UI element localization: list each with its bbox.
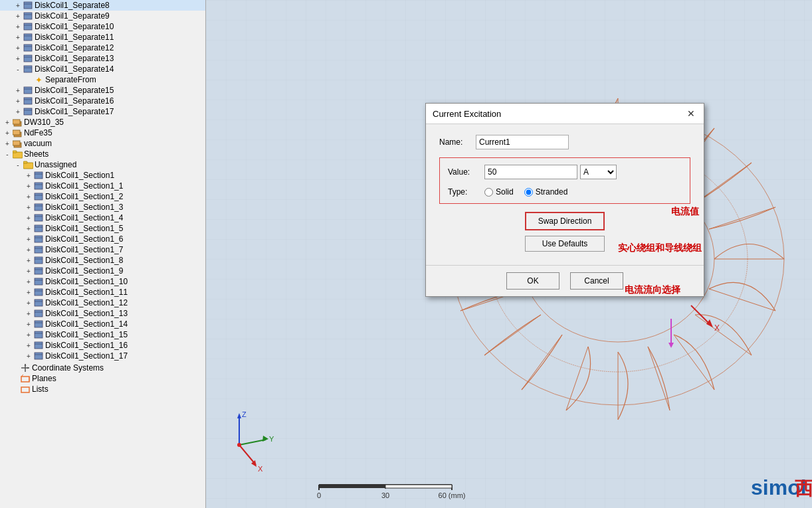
planes-icon bbox=[20, 374, 31, 383]
sidebar-item-sec1_14[interactable]: +DiskCoil1_Section1_14 bbox=[0, 319, 205, 329]
sidebar-item-sep9[interactable]: +DiskCoil1_Separate9 bbox=[0, 11, 205, 21]
sidebar-item-unassigned[interactable]: -Unassigned bbox=[0, 159, 205, 170]
sidebar-item-sep17[interactable]: +DiskCoil1_Separate17 bbox=[0, 106, 205, 117]
sidebar-item-sec1_16[interactable]: +DiskCoil1_Section1_16 bbox=[0, 340, 205, 351]
svg-rect-62 bbox=[35, 342, 43, 349]
sidebar-item-sec1_10[interactable]: +DiskCoil1_Section1_10 bbox=[0, 276, 205, 287]
sidebar-item-planes[interactable]: Planes bbox=[0, 373, 205, 384]
tree-label-sec1_15: DiskCoil1_Section1_15 bbox=[45, 330, 128, 339]
sidebar-item-sec1_1[interactable]: +DiskCoil1_Section1_1 bbox=[0, 181, 205, 191]
coordinate-systems-label: Coordinate Systems bbox=[32, 363, 104, 373]
tree-icon-box bbox=[33, 309, 44, 318]
sidebar-item-sec1_3[interactable]: +DiskCoil1_Section1_3 bbox=[0, 202, 205, 212]
value-input[interactable] bbox=[484, 165, 577, 179]
sidebar-item-sec1_2[interactable]: +DiskCoil1_Section1_2 bbox=[0, 191, 205, 202]
sidebar-item-sec1_5[interactable]: +DiskCoil1_Section1_5 bbox=[0, 223, 205, 234]
sidebar-item-sep15[interactable]: +DiskCoil1_Separate15 bbox=[0, 85, 205, 96]
tree-icon-box bbox=[23, 11, 33, 21]
planes-label: Planes bbox=[32, 374, 56, 383]
svg-text:60 (mm): 60 (mm) bbox=[439, 491, 466, 499]
svg-rect-70 bbox=[21, 377, 29, 382]
sidebar-item-sepfrom[interactable]: ✦SeparateFrom bbox=[0, 74, 205, 85]
tree-icon-box bbox=[23, 107, 33, 116]
solid-radio-item[interactable]: Solid bbox=[484, 187, 514, 197]
svg-rect-38 bbox=[35, 214, 43, 221]
tree-label-sec1_6: DiskCoil1_Section1_6 bbox=[45, 234, 123, 244]
lists-icon bbox=[20, 384, 31, 394]
unit-select[interactable]: A mA kA bbox=[580, 165, 617, 179]
dialog-close-button[interactable]: ✕ bbox=[685, 108, 697, 120]
tree-label-sec1_4: DiskCoil1_Section1_4 bbox=[45, 213, 123, 222]
tree-icon-box bbox=[33, 319, 44, 329]
tree-icon-box bbox=[23, 64, 33, 74]
dialog-current-excitation: Current Excitation ✕ Name: Value: A bbox=[425, 103, 704, 297]
tree-icon-box bbox=[33, 181, 44, 191]
sidebar-item-sec1_6[interactable]: +DiskCoil1_Section1_6 bbox=[0, 234, 205, 244]
type-row: Type: Solid Stranded bbox=[448, 187, 682, 197]
swap-direction-button[interactable]: Swap Direction bbox=[525, 212, 605, 230]
cancel-button[interactable]: Cancel bbox=[570, 272, 623, 290]
svg-rect-21 bbox=[13, 120, 20, 124]
svg-rect-18 bbox=[24, 108, 32, 115]
sidebar-item-lists[interactable]: Lists bbox=[0, 384, 205, 394]
tree-label-sec1_9: DiskCoil1_Section1_9 bbox=[45, 266, 123, 276]
svg-rect-32 bbox=[35, 183, 43, 189]
tree-label-sheets: Sheets bbox=[24, 149, 49, 159]
sidebar-item-sec1_12[interactable]: +DiskCoil1_Section1_12 bbox=[0, 297, 205, 308]
sidebar-item-sep12[interactable]: +DiskCoil1_Separate12 bbox=[0, 42, 205, 53]
sidebar-item-sep13[interactable]: +DiskCoil1_Separate13 bbox=[0, 53, 205, 64]
svg-rect-56 bbox=[35, 310, 43, 317]
tree-icon-star: ✦ bbox=[33, 75, 44, 84]
sidebar-item-dw310[interactable]: +DW310_35 bbox=[0, 117, 205, 127]
svg-rect-0 bbox=[24, 2, 32, 9]
svg-text:Z: Z bbox=[242, 410, 247, 418]
tree-label-sep15: DiskCoil1_Separate15 bbox=[35, 86, 114, 95]
name-input[interactable] bbox=[476, 135, 569, 149]
sidebar-item-vacuum[interactable]: +vacuum bbox=[0, 138, 205, 149]
tree-icon-box bbox=[33, 298, 44, 307]
ok-button[interactable]: OK bbox=[506, 272, 559, 290]
sidebar-item-sec1_4[interactable]: +DiskCoil1_Section1_4 bbox=[0, 212, 205, 223]
sidebar-item-sec1[interactable]: +DiskCoil1_Section1 bbox=[0, 170, 205, 181]
tree-icon-folder bbox=[23, 160, 33, 169]
sidebar-item-sep8[interactable]: +DiskCoil1_Separate8 bbox=[0, 0, 205, 11]
svg-rect-122 bbox=[385, 485, 452, 488]
svg-rect-10 bbox=[24, 55, 32, 62]
sidebar-item-sec1_17[interactable]: +DiskCoil1_Section1_17 bbox=[0, 351, 205, 361]
svg-rect-50 bbox=[35, 278, 43, 285]
stranded-radio-item[interactable]: Stranded bbox=[524, 187, 568, 197]
svg-rect-40 bbox=[35, 225, 43, 232]
sidebar-item-sep14[interactable]: -DiskCoil1_Separate14 bbox=[0, 64, 205, 74]
tree-label-dw310: DW310_35 bbox=[24, 118, 64, 127]
tree-icon-box bbox=[33, 330, 44, 339]
sidebar-item-sec1_11[interactable]: +DiskCoil1_Section1_11 bbox=[0, 287, 205, 297]
sidebar-item-sep11[interactable]: +DiskCoil1_Separate11 bbox=[0, 32, 205, 42]
sidebar-item-sec1_15[interactable]: +DiskCoil1_Section1_15 bbox=[0, 329, 205, 340]
use-defaults-button[interactable]: Use Defaults bbox=[525, 236, 605, 252]
tree-icon-box bbox=[33, 234, 44, 244]
svg-text:西莫: 西莫 bbox=[795, 478, 812, 499]
svg-text:X: X bbox=[714, 323, 720, 333]
svg-rect-12 bbox=[24, 66, 32, 72]
tree-icon-box bbox=[23, 33, 33, 42]
sidebar-item-sep16[interactable]: +DiskCoil1_Separate16 bbox=[0, 96, 205, 106]
sidebar-item-sep10[interactable]: +DiskCoil1_Separate10 bbox=[0, 21, 205, 32]
value-row: Value: A mA kA bbox=[448, 165, 682, 179]
sidebar-item-sec1_9[interactable]: +DiskCoil1_Section1_9 bbox=[0, 266, 205, 276]
sidebar-item-sheets[interactable]: -Sheets bbox=[0, 149, 205, 159]
sidebar-item-sec1_8[interactable]: +DiskCoil1_Section1_8 bbox=[0, 255, 205, 266]
tree-label-sec1_1: DiskCoil1_Section1_1 bbox=[45, 181, 123, 191]
svg-text:X: X bbox=[258, 465, 263, 473]
svg-rect-14 bbox=[24, 87, 32, 94]
sidebar-item-coordinate-systems[interactable]: Coordinate Systems bbox=[0, 363, 205, 373]
tree-icon-box bbox=[33, 341, 44, 350]
solid-radio[interactable] bbox=[484, 188, 493, 197]
coordinate-icon bbox=[20, 363, 31, 373]
svg-rect-48 bbox=[35, 268, 43, 274]
tree-label-sep11: DiskCoil1_Separate11 bbox=[35, 33, 114, 42]
sidebar-item-ndfe35[interactable]: +NdFe35 bbox=[0, 127, 205, 138]
svg-rect-36 bbox=[35, 204, 43, 211]
stranded-radio[interactable] bbox=[524, 188, 533, 197]
sidebar-item-sec1_13[interactable]: +DiskCoil1_Section1_13 bbox=[0, 308, 205, 319]
sidebar-item-sec1_7[interactable]: +DiskCoil1_Section1_7 bbox=[0, 244, 205, 255]
